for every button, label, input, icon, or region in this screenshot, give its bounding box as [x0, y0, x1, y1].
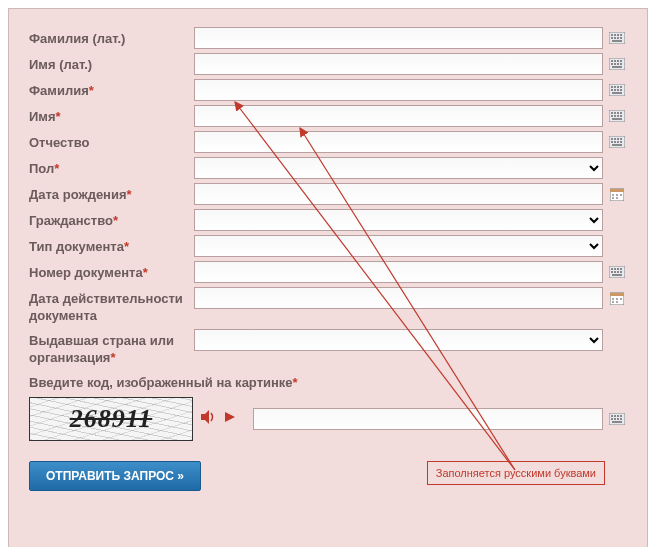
- label-surname: Фамилия*: [29, 79, 194, 100]
- keyboard-icon[interactable]: [607, 263, 627, 281]
- svg-rect-47: [617, 141, 619, 143]
- svg-rect-23: [617, 86, 619, 88]
- input-captcha[interactable]: [253, 408, 603, 430]
- svg-rect-22: [614, 86, 616, 88]
- svg-rect-33: [617, 112, 619, 114]
- svg-rect-28: [620, 89, 622, 91]
- label-issuer: Выдавшая страна или организация*: [29, 329, 194, 367]
- svg-rect-58: [611, 268, 613, 270]
- svg-rect-71: [620, 298, 622, 300]
- svg-rect-39: [612, 118, 622, 120]
- svg-rect-66: [612, 274, 622, 276]
- select-issuer[interactable]: [194, 329, 603, 351]
- row-captcha-label: Введите код, изображенный на картинке*: [29, 371, 627, 392]
- svg-rect-1: [611, 34, 613, 36]
- svg-rect-7: [617, 37, 619, 39]
- svg-rect-63: [614, 271, 616, 273]
- svg-rect-29: [612, 92, 622, 94]
- svg-marker-75: [225, 412, 235, 422]
- calendar-icon[interactable]: [607, 185, 627, 203]
- label-gender: Пол*: [29, 157, 194, 178]
- svg-rect-9: [612, 40, 622, 42]
- svg-rect-13: [617, 60, 619, 62]
- input-surname[interactable]: [194, 79, 603, 101]
- keyboard-icon[interactable]: [607, 133, 627, 151]
- svg-rect-85: [612, 421, 622, 423]
- input-name-lat[interactable]: [194, 53, 603, 75]
- svg-rect-35: [611, 115, 613, 117]
- svg-rect-83: [617, 418, 619, 420]
- svg-rect-81: [611, 418, 613, 420]
- annotation-box: Заполняется русскими буквами: [427, 461, 605, 485]
- input-name[interactable]: [194, 105, 603, 127]
- svg-rect-64: [617, 271, 619, 273]
- form-container: Фамилия (лат.) Имя (лат.) Фамилия* Имя*: [8, 8, 648, 547]
- audio-icon[interactable]: [199, 408, 217, 430]
- label-patronymic: Отчество: [29, 131, 194, 152]
- svg-rect-84: [620, 418, 622, 420]
- svg-rect-17: [617, 63, 619, 65]
- svg-rect-8: [620, 37, 622, 39]
- svg-rect-32: [614, 112, 616, 114]
- svg-rect-38: [620, 115, 622, 117]
- svg-rect-34: [620, 112, 622, 114]
- row-citizenship: Гражданство*: [29, 209, 627, 231]
- svg-rect-25: [611, 89, 613, 91]
- blank-icon: [607, 159, 627, 177]
- svg-rect-27: [617, 89, 619, 91]
- svg-rect-4: [620, 34, 622, 36]
- svg-rect-21: [611, 86, 613, 88]
- row-doc-number: Номер документа*: [29, 261, 627, 283]
- input-doc-number[interactable]: [194, 261, 603, 283]
- keyboard-icon[interactable]: [607, 55, 627, 73]
- keyboard-icon[interactable]: [607, 410, 627, 428]
- blank-icon: [607, 211, 627, 229]
- svg-rect-18: [620, 63, 622, 65]
- svg-rect-77: [611, 415, 613, 417]
- svg-rect-61: [620, 268, 622, 270]
- label-dob: Дата рождения*: [29, 183, 194, 204]
- svg-rect-6: [614, 37, 616, 39]
- svg-rect-65: [620, 271, 622, 273]
- svg-rect-72: [612, 301, 614, 303]
- svg-rect-68: [610, 293, 624, 296]
- select-gender[interactable]: [194, 157, 603, 179]
- svg-rect-79: [617, 415, 619, 417]
- keyboard-icon[interactable]: [607, 81, 627, 99]
- label-doc-type: Тип документа*: [29, 235, 194, 256]
- svg-rect-49: [612, 144, 622, 146]
- blank-icon: [607, 237, 627, 255]
- svg-rect-73: [616, 301, 618, 303]
- svg-marker-74: [201, 410, 209, 424]
- row-surname: Фамилия*: [29, 79, 627, 101]
- svg-rect-43: [617, 138, 619, 140]
- captcha-image: 268911: [29, 397, 193, 441]
- svg-rect-53: [616, 194, 618, 196]
- svg-rect-45: [611, 141, 613, 143]
- select-doc-type[interactable]: [194, 235, 603, 257]
- keyboard-icon[interactable]: [607, 29, 627, 47]
- input-dob[interactable]: [194, 183, 603, 205]
- label-surname-lat: Фамилия (лат.): [29, 27, 194, 48]
- keyboard-icon[interactable]: [607, 107, 627, 125]
- calendar-icon[interactable]: [607, 289, 627, 307]
- input-surname-lat[interactable]: [194, 27, 603, 49]
- svg-rect-56: [616, 197, 618, 199]
- svg-rect-55: [612, 197, 614, 199]
- play-icon[interactable]: [223, 410, 237, 428]
- svg-rect-19: [612, 66, 622, 68]
- label-name: Имя*: [29, 105, 194, 126]
- submit-button[interactable]: ОТПРАВИТЬ ЗАПРОС »: [29, 461, 201, 491]
- svg-rect-52: [612, 194, 614, 196]
- svg-rect-51: [610, 189, 624, 192]
- svg-rect-70: [616, 298, 618, 300]
- input-doc-valid[interactable]: [194, 287, 603, 309]
- svg-rect-15: [611, 63, 613, 65]
- svg-rect-31: [611, 112, 613, 114]
- input-patronymic[interactable]: [194, 131, 603, 153]
- select-citizenship[interactable]: [194, 209, 603, 231]
- svg-rect-2: [614, 34, 616, 36]
- svg-rect-12: [614, 60, 616, 62]
- svg-rect-37: [617, 115, 619, 117]
- row-doc-type: Тип документа*: [29, 235, 627, 257]
